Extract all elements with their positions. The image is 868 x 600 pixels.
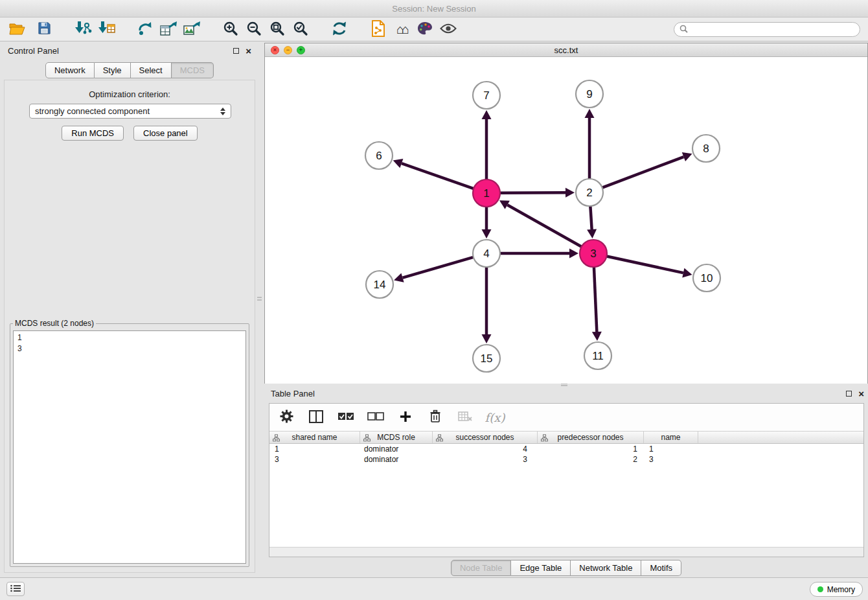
mcds-result-line: 1	[17, 332, 242, 343]
select-all-columns-button[interactable]	[337, 408, 355, 426]
graph-node-14[interactable]: 14	[366, 271, 393, 298]
column-header-successor-nodes[interactable]: successor nodes	[433, 432, 538, 443]
graph-edge-2-3[interactable]	[590, 206, 591, 229]
task-history-button[interactable]	[6, 582, 25, 596]
table-panel: Table Panel ×	[264, 386, 868, 571]
window-title: Session: New Session	[392, 4, 475, 14]
graph-edge-arrowhead	[585, 109, 595, 118]
control-panel-tabs: Network Style Select MCDS	[4, 62, 255, 78]
close-panel-button[interactable]: Close panel	[133, 126, 198, 141]
tab-network-table[interactable]: Network Table	[571, 560, 641, 576]
control-panel-header: Control Panel ×	[4, 43, 255, 58]
column-header-name[interactable]: name	[644, 432, 698, 443]
graph-node-15[interactable]: 15	[473, 345, 500, 372]
column-header-predecessor-nodes[interactable]: predecessor nodes	[538, 432, 644, 443]
network-document-button[interactable]	[367, 19, 390, 40]
graph-edge-arrowhead	[482, 229, 492, 238]
dropdown-selected-value: strongly connected component	[35, 106, 220, 116]
vertical-splitter[interactable]	[255, 43, 264, 571]
tab-edge-table[interactable]: Edge Table	[511, 560, 571, 576]
window-zoom-icon[interactable]: +	[297, 46, 305, 54]
palette-icon	[417, 21, 433, 38]
graph-node-1[interactable]: 1	[473, 179, 500, 207]
apply-style-button[interactable]	[413, 19, 437, 40]
optimization-criterion-select[interactable]: strongly connected component	[29, 104, 231, 119]
graph-edge-2-8[interactable]	[602, 157, 684, 188]
mcds-result-list[interactable]: 1 3	[13, 330, 246, 564]
graph-node-8[interactable]: 8	[692, 135, 720, 162]
graph-node-11[interactable]: 11	[584, 342, 611, 369]
delete-table-button[interactable]	[456, 408, 474, 426]
tab-select[interactable]: Select	[131, 62, 172, 78]
delete-column-button[interactable]	[426, 408, 444, 426]
column-type-icon	[436, 434, 443, 443]
optimization-criterion-label: Optimization criterion:	[5, 89, 255, 99]
tab-style[interactable]: Style	[95, 62, 131, 78]
search-icon	[680, 25, 688, 35]
float-panel-icon[interactable]	[233, 48, 239, 54]
search-input[interactable]	[691, 25, 854, 34]
zoom-fit-button[interactable]	[266, 19, 289, 40]
graph-node-6[interactable]: 6	[365, 142, 393, 169]
graph-edge-3-1[interactable]	[507, 205, 581, 247]
graph-edge-3-11[interactable]	[594, 267, 597, 332]
float-table-panel-icon[interactable]	[846, 391, 852, 397]
graph-node-9[interactable]: 9	[576, 80, 603, 108]
refresh-icon	[331, 21, 348, 38]
column-type-icon	[363, 434, 371, 443]
close-panel-icon[interactable]: ×	[246, 46, 251, 56]
open-session-button[interactable]	[5, 19, 29, 40]
zoom-in-button[interactable]	[219, 19, 242, 40]
tab-network[interactable]: Network	[45, 62, 95, 78]
export-table-button[interactable]	[157, 19, 180, 40]
graph-edge-4-14[interactable]	[403, 257, 474, 278]
export-image-button[interactable]	[180, 19, 203, 40]
import-table-button[interactable]	[95, 19, 118, 40]
graph-node-7[interactable]: 7	[473, 82, 500, 109]
window-close-icon[interactable]: ×	[271, 46, 279, 54]
close-table-panel-icon[interactable]: ×	[858, 389, 864, 398]
table-settings-button[interactable]	[277, 408, 295, 426]
zoom-selected-button[interactable]	[289, 19, 312, 40]
show-columns-button[interactable]	[307, 408, 325, 426]
table-row[interactable]: 1 dominator 4 1 1	[269, 444, 863, 454]
graph-node-10[interactable]: 10	[693, 264, 720, 292]
export-network-button[interactable]	[133, 19, 157, 40]
table-row[interactable]: 3 dominator 3 2 3	[269, 454, 863, 465]
zoom-out-button[interactable]	[242, 19, 266, 40]
deselect-all-columns-button[interactable]	[367, 408, 385, 426]
open-folder-icon	[9, 22, 25, 37]
graph-node-2[interactable]: 2	[576, 179, 603, 206]
graph-node-3[interactable]: 3	[580, 240, 607, 267]
list-icon	[10, 584, 21, 594]
grid-delete-icon	[458, 411, 472, 424]
add-column-button[interactable]	[396, 408, 415, 426]
column-header-mcds-role[interactable]: MCDS role	[360, 432, 433, 443]
graph-edge-1-6[interactable]	[402, 163, 474, 189]
network-canvas[interactable]: 7968123414101511	[265, 57, 867, 384]
network-graph[interactable]: 7968123414101511	[265, 57, 867, 384]
tab-mcds[interactable]: MCDS	[172, 62, 214, 78]
table-panel-header: Table Panel ×	[264, 386, 868, 401]
memory-button[interactable]: Memory	[810, 582, 863, 597]
table-horizontal-scrollbar[interactable]	[269, 547, 863, 557]
svg-text:10: 10	[701, 272, 713, 284]
network-window-title: scc.txt	[554, 45, 578, 55]
save-session-button[interactable]	[32, 19, 56, 40]
graph-node-4[interactable]: 4	[473, 240, 500, 267]
refresh-view-button[interactable]	[328, 19, 351, 40]
column-header-shared-name[interactable]: shared name	[269, 432, 360, 443]
first-neighbors-button[interactable]: ⌂⌂	[390, 19, 413, 40]
svg-text:4: 4	[483, 248, 489, 260]
graph-edge-1-2[interactable]	[500, 192, 565, 193]
graph-edge-3-10[interactable]	[607, 256, 683, 273]
function-builder-button[interactable]: f(x)	[486, 408, 504, 426]
trash-icon	[429, 410, 442, 425]
zoom-selected-icon	[293, 21, 308, 38]
import-network-button[interactable]	[71, 19, 95, 40]
tab-node-table[interactable]: Node Table	[451, 560, 512, 576]
run-mcds-button[interactable]: Run MCDS	[62, 126, 124, 141]
window-minimize-icon[interactable]: −	[284, 46, 292, 54]
show-hide-button[interactable]	[437, 19, 460, 40]
tab-motifs[interactable]: Motifs	[641, 560, 681, 576]
